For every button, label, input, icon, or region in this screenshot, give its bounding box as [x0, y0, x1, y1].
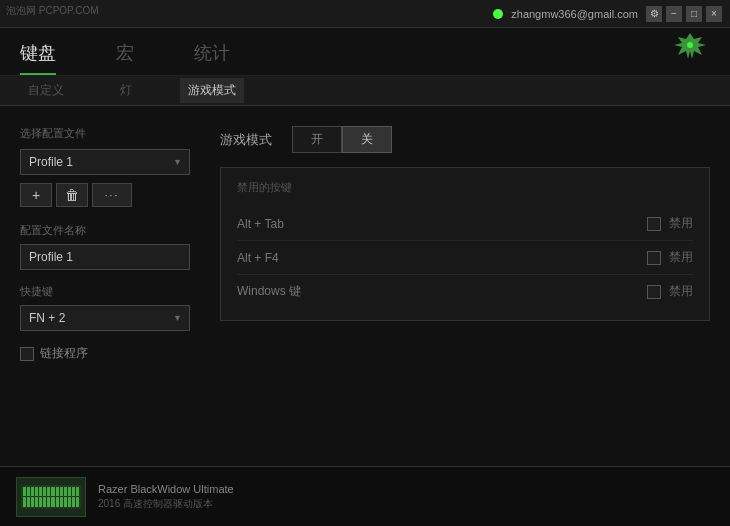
maximize-button[interactable]: □	[686, 6, 702, 22]
subnav-gamemode[interactable]: 游戏模式	[180, 78, 244, 103]
shortcut-select-wrapper: FN + 1 FN + 2 FN + 3 FN + 4 FN + 5	[20, 305, 190, 331]
key-cell	[31, 497, 34, 507]
right-panel: 游戏模式 开 关 禁用的按键 Alt + Tab 禁用 Alt + F4 禁用	[220, 126, 710, 446]
profile-select-wrapper: Profile 1	[20, 149, 190, 175]
key-checkbox-alt-f4[interactable]	[647, 251, 661, 265]
minimize-button[interactable]: −	[666, 6, 682, 22]
game-mode-header: 游戏模式 开 关	[220, 126, 710, 153]
key-checkbox-alt-tab[interactable]	[647, 217, 661, 231]
content-area: 选择配置文件 Profile 1 + 🗑 ··· 配置文件名称 快捷键 FN +…	[0, 106, 730, 466]
key-cell	[43, 487, 46, 497]
key-cell	[35, 487, 38, 497]
trash-icon: 🗑	[65, 187, 79, 203]
more-options-button[interactable]: ···	[92, 183, 132, 207]
key-cell	[72, 497, 75, 507]
footer-info: Razer BlackWidow Ultimate 2016 高速控制器驱动版本	[98, 483, 234, 511]
shortcut-select[interactable]: FN + 1 FN + 2 FN + 3 FN + 4 FN + 5	[20, 305, 190, 331]
key-name-alt-tab: Alt + Tab	[237, 217, 284, 231]
toggle-on-button[interactable]: 开	[292, 126, 342, 153]
link-app-label: 链接程序	[40, 345, 88, 362]
key-cell	[68, 487, 71, 497]
table-row: Windows 键 禁用	[237, 275, 693, 308]
key-cell	[68, 497, 71, 507]
device-name: Razer BlackWidow Ultimate	[98, 483, 234, 495]
key-cell	[60, 487, 63, 497]
shortcut-label: 快捷键	[20, 284, 190, 299]
key-cell	[39, 497, 42, 507]
key-cell	[43, 497, 46, 507]
table-row: Alt + Tab 禁用	[237, 207, 693, 241]
svg-point-0	[687, 42, 693, 48]
profile-select[interactable]: Profile 1	[20, 149, 190, 175]
footer: Razer BlackWidow Ultimate 2016 高速控制器驱动版本	[0, 466, 730, 526]
nav-macro[interactable]: 宏	[116, 41, 134, 75]
key-disable-alt-tab: 禁用	[647, 215, 693, 232]
sub-nav: 自定义 灯 游戏模式	[0, 76, 730, 106]
key-disable-label-alt-f4: 禁用	[669, 249, 693, 266]
key-cell	[47, 497, 50, 507]
toggle-off-button[interactable]: 关	[342, 126, 392, 153]
key-disable-alt-f4: 禁用	[647, 249, 693, 266]
key-cell	[47, 487, 50, 497]
disabled-keys-box: 禁用的按键 Alt + Tab 禁用 Alt + F4 禁用 Windows 键	[220, 167, 710, 321]
key-disable-label-windows: 禁用	[669, 283, 693, 300]
left-panel: 选择配置文件 Profile 1 + 🗑 ··· 配置文件名称 快捷键 FN +…	[20, 126, 190, 446]
main-nav: 键盘 宏 统计	[0, 28, 730, 76]
nav-stats[interactable]: 统计	[194, 41, 230, 75]
toggle-group: 开 关	[292, 126, 392, 153]
key-disable-windows: 禁用	[647, 283, 693, 300]
key-checkbox-windows[interactable]	[647, 285, 661, 299]
link-app-container[interactable]: 链接程序	[20, 345, 190, 362]
key-cell	[72, 487, 75, 497]
delete-profile-button[interactable]: 🗑	[56, 183, 88, 207]
key-cell	[23, 497, 26, 507]
device-subname: 2016 高速控制器驱动版本	[98, 497, 234, 511]
key-cell	[56, 497, 59, 507]
key-cell	[51, 487, 54, 497]
select-profile-label: 选择配置文件	[20, 126, 190, 141]
config-name-input[interactable]	[20, 244, 190, 270]
nav-keyboard[interactable]: 键盘	[20, 41, 56, 75]
key-cell	[64, 497, 67, 507]
key-name-windows: Windows 键	[237, 283, 301, 300]
profile-actions: + 🗑 ···	[20, 183, 190, 207]
window-controls: ⚙ − □ ×	[646, 6, 722, 22]
header-right: zhangmw366@gmail.com ⚙ − □ ×	[493, 6, 722, 22]
user-email: zhangmw366@gmail.com	[511, 8, 638, 20]
game-mode-title: 游戏模式	[220, 131, 272, 149]
key-cell	[23, 487, 26, 497]
status-dot	[493, 9, 503, 19]
key-cell	[76, 497, 79, 507]
key-cell	[39, 487, 42, 497]
key-cell	[64, 487, 67, 497]
header-bar: 泡泡网 PCPOP.COM zhangmw366@gmail.com ⚙ − □…	[0, 0, 730, 28]
add-profile-button[interactable]: +	[20, 183, 52, 207]
settings-button[interactable]: ⚙	[646, 6, 662, 22]
key-cell	[27, 497, 30, 507]
key-cell	[60, 497, 63, 507]
key-cell	[51, 497, 54, 507]
subnav-light[interactable]: 灯	[112, 78, 140, 103]
watermark: 泡泡网 PCPOP.COM	[0, 2, 105, 20]
key-disable-label-alt-tab: 禁用	[669, 215, 693, 232]
key-cell	[31, 487, 34, 497]
key-cell	[27, 487, 30, 497]
razer-logo	[670, 31, 710, 71]
disabled-keys-title: 禁用的按键	[237, 180, 693, 195]
key-cell	[35, 497, 38, 507]
table-row: Alt + F4 禁用	[237, 241, 693, 275]
key-cell	[56, 487, 59, 497]
config-name-label: 配置文件名称	[20, 223, 190, 238]
keyboard-thumb-inner	[21, 485, 81, 509]
link-app-checkbox[interactable]	[20, 347, 34, 361]
subnav-custom[interactable]: 自定义	[20, 78, 72, 103]
close-button[interactable]: ×	[706, 6, 722, 22]
keyboard-thumbnail	[16, 477, 86, 517]
key-name-alt-f4: Alt + F4	[237, 251, 279, 265]
key-cell	[76, 487, 79, 497]
